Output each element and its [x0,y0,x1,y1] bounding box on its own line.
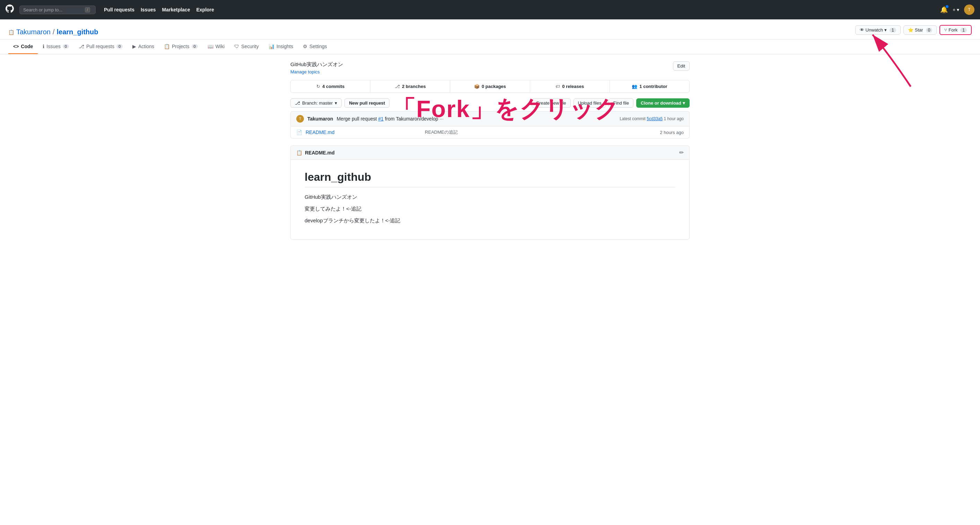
releases-stat: 🏷 0 releases [530,80,610,92]
readme-content: learn_github GitHub実践ハンズオン 変更してみたよ！<-追記 … [291,160,689,239]
create-new-file-button[interactable]: Create new file [531,98,571,108]
releases-link[interactable]: 0 releases [562,84,584,89]
commit-pr-link[interactable]: #1 [378,116,383,122]
readme-edit-button[interactable]: ✏ [679,149,684,156]
file-row: 📄 README.md READMEの追記 2 hours ago [291,126,689,138]
readme-book-icon: 📋 [296,150,302,155]
actions-icon: ▶ [132,44,136,49]
nav-explore[interactable]: Explore [196,7,214,13]
search-box[interactable]: / [19,6,95,14]
insights-icon: 📊 [269,44,274,49]
avatar[interactable]: T [964,5,974,15]
upload-files-button[interactable]: Upload files [574,98,606,108]
tab-issues[interactable]: ℹ Issues 0 [38,40,74,54]
tab-projects[interactable]: 📋 Projects 0 [159,40,203,54]
nav-marketplace[interactable]: Marketplace [162,7,190,13]
fork-icon: ⑂ [944,27,947,33]
code-icon: <> [13,44,19,49]
keyboard-shortcut: / [85,7,90,13]
chevron-down-icon: ▾ [335,100,337,106]
branches-icon: ⎇ [395,84,400,89]
file-icon: 📄 [296,130,302,135]
nav-pull-requests[interactable]: Pull requests [104,7,134,13]
unwatch-button[interactable]: 👁 Unwatch ▾ 1 [855,25,900,35]
releases-icon: 🏷 [555,84,560,89]
manage-topics-link[interactable]: Manage topics [290,69,343,75]
file-list: 📄 README.md READMEの追記 2 hours ago [290,126,690,138]
repo-tabs: <> Code ℹ Issues 0 ⎇ Pull requests 0 ▶ A… [0,40,980,54]
chevron-down-icon: ▾ [682,100,685,106]
tab-wiki[interactable]: 📖 Wiki [203,40,229,54]
fork-count: 1 [960,28,967,33]
packages-link[interactable]: 0 packages [482,84,506,89]
nav-issues[interactable]: Issues [141,7,156,13]
readme-line-2: 変更してみたよ！<-追記 [305,205,675,213]
stats-bar: ↻ 4 commits ⎇ 2 branches 📦 0 packages 🏷 … [290,80,690,93]
repo-title: 📋 Takumaron / learn_github [8,28,99,36]
commit-message: Merge pull request #1 from Takumaron/dev… [336,116,616,122]
packages-icon: 📦 [474,84,480,89]
search-input[interactable] [23,7,82,13]
readme-box: 📋 README.md ✏ learn_github GitHub実践ハンズオン… [290,146,690,240]
toolbar-left: ⎇ Branch: master ▾ New pull request [290,98,390,108]
toolbar-right: Create new file Upload files Find file C… [531,98,690,108]
issues-badge: 0 [63,44,69,49]
tab-security[interactable]: 🛡 Security [229,40,264,54]
projects-icon: 📋 [164,44,170,49]
repo-description-row: GitHub実践ハンズオン Manage topics Edit [290,61,690,75]
contributors-link[interactable]: 1 contributor [640,84,667,89]
commit-bar: T Takumaron Merge pull request #1 from T… [290,111,690,126]
repo-desc-text: GitHub実践ハンズオン [290,61,343,68]
fork-button[interactable]: ⑂ Fork 1 [939,25,972,35]
commit-hash-link[interactable]: 5cd33a5 [647,116,663,121]
main-content: GitHub実践ハンズオン Manage topics Edit ↻ 4 com… [282,54,698,247]
nav-links: Pull requests Issues Marketplace Explore [104,7,214,13]
readme-line-1: GitHub実践ハンズオン [305,193,675,201]
repo-actions: 👁 Unwatch ▾ 1 ⭐ Star 0 ⑂ Fork 1 [855,25,972,35]
create-menu-button[interactable]: + ▾ [953,7,959,13]
star-count: 0 [926,28,932,33]
commit-author-name: Takumaron [307,116,333,122]
github-logo-icon[interactable] [6,5,14,15]
contributors-icon: 👥 [632,84,637,89]
tab-settings[interactable]: ⚙ Settings [298,40,332,54]
repo-header: 📋 Takumaron / learn_github 👁 Unwatch ▾ 1… [0,19,980,40]
readme-line-3: developブランチから変更したよ！<-追記 [305,216,675,225]
visibility-icon: 📋 [8,29,14,35]
repo-owner-link[interactable]: Takumaron [16,28,51,36]
edit-button[interactable]: Edit [673,61,690,71]
packages-stat: 📦 0 packages [450,80,530,92]
commit-more-button[interactable]: ··· [439,116,444,122]
commits-link[interactable]: 4 commits [322,84,344,89]
tab-insights[interactable]: 📊 Insights [264,40,298,54]
branch-selector[interactable]: ⎇ Branch: master ▾ [290,98,342,108]
branch-icon: ⎇ [295,100,300,106]
notification-dot [946,5,948,8]
tab-pull-requests[interactable]: ⎇ Pull requests 0 [74,40,127,54]
file-name-link[interactable]: README.md [305,130,422,135]
branches-link[interactable]: 2 branches [402,84,426,89]
readme-h1: learn_github [305,171,675,187]
star-icon: ⭐ [908,27,913,33]
contributors-stat: 👥 1 contributor [610,80,689,92]
tab-code[interactable]: <> Code [8,40,38,54]
separator: / [52,28,55,36]
notifications-button[interactable]: 🔔 [940,6,948,14]
wiki-icon: 📖 [208,44,213,49]
readme-header: 📋 README.md ✏ [291,146,689,160]
tab-actions[interactable]: ▶ Actions [127,40,159,54]
nav-bar: / Pull requests Issues Marketplace Explo… [0,0,980,19]
readme-title: 📋 README.md [296,150,335,155]
commit-hash-info: Latest commit 5cd33a5 1 hour ago [620,116,684,121]
file-commit-message: READMEの追記 [425,129,656,135]
settings-icon: ⚙ [303,44,307,49]
issues-icon: ℹ [43,44,45,49]
repo-name-link[interactable]: learn_github [57,28,99,36]
clone-or-download-button[interactable]: Clone or download ▾ [636,98,690,108]
new-pull-request-button[interactable]: New pull request [344,98,390,108]
star-button[interactable]: ⭐ Star 0 [904,25,937,35]
file-toolbar: ⎇ Branch: master ▾ New pull request Crea… [290,98,690,108]
commits-stat: ↻ 4 commits [291,80,371,92]
security-icon: 🛡 [234,44,239,49]
find-file-button[interactable]: Find file [609,98,633,108]
